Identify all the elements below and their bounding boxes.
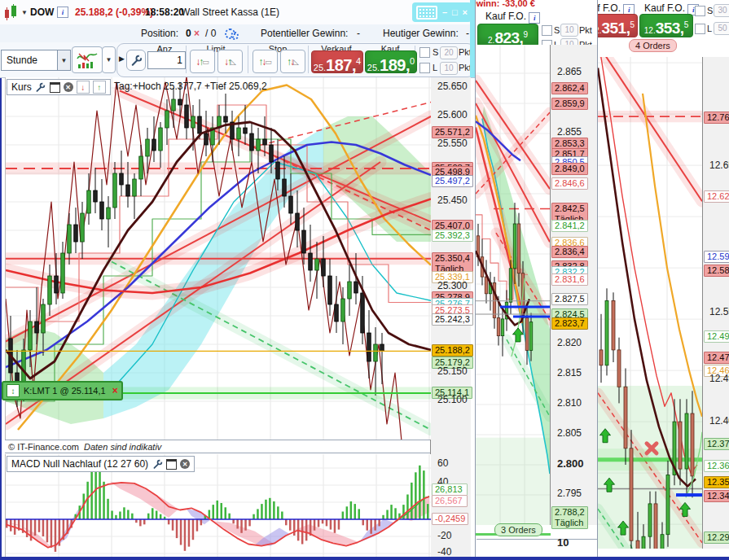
stop-checkbox-label: S bbox=[554, 25, 560, 35]
main-titlebar: ▼ DOW i 25.188,2 (-0,39%) 18:58:20 Wall … bbox=[0, 0, 475, 25]
p3-axis-background bbox=[702, 57, 729, 549]
stop-points-value[interactable]: 10 bbox=[560, 24, 578, 37]
detach-window-icon[interactable] bbox=[166, 459, 177, 470]
app-logo-icon bbox=[4, 4, 19, 20]
stop-checkbox[interactable] bbox=[542, 25, 552, 36]
quantity-input[interactable] bbox=[147, 51, 186, 69]
orders-badge[interactable]: 3 Orders bbox=[494, 523, 542, 536]
sell-fo-button[interactable]: 12.351,5 bbox=[597, 14, 638, 37]
p2-axis-background bbox=[550, 45, 597, 525]
wrench-icon[interactable] bbox=[35, 82, 46, 93]
main-chart-title: Kurs bbox=[11, 81, 32, 93]
position-bar: Position: 0 × / 0 Potentieller Gewinn: -… bbox=[0, 24, 475, 43]
chart-type-button[interactable] bbox=[72, 46, 103, 73]
working-order-tag[interactable]: ↕ K:LMT 1 @ 25.114,1 × bbox=[2, 381, 123, 400]
stop-checkbox[interactable] bbox=[419, 47, 430, 58]
wrench-icon[interactable] bbox=[152, 459, 163, 470]
buy-price-decimal: 0 bbox=[410, 56, 415, 66]
sell-price-prefix: 25. bbox=[314, 63, 326, 72]
sell-price-decimal: 4 bbox=[356, 56, 361, 66]
stop-buy-button[interactable]: ↑↓▭ bbox=[253, 50, 278, 73]
order-tag-text: K:LMT 1 @ 25.114,1 bbox=[24, 386, 106, 396]
stop-points-unit: Pkt bbox=[579, 25, 592, 35]
keyboard-icon[interactable] bbox=[416, 6, 437, 20]
cancel-order-icon[interactable]: × bbox=[110, 385, 118, 396]
settings-gear2-icon[interactable] bbox=[231, 32, 239, 40]
symbol-name[interactable]: DOW bbox=[30, 7, 54, 18]
timeframe-dropdown-icon: ▼ bbox=[61, 57, 68, 64]
kauf-fo-label: Kauf F.O. i bbox=[485, 11, 540, 24]
info-icon[interactable]: i bbox=[57, 7, 68, 18]
sell-price-main: 187, bbox=[326, 56, 356, 74]
daily-gain-value: - bbox=[466, 28, 469, 39]
close-button[interactable]: × bbox=[463, 7, 468, 17]
position-slash: / 0 bbox=[205, 28, 216, 39]
drag-order-icon[interactable]: ↕ bbox=[7, 384, 20, 397]
daily-gain-label: Heutiger Gewinn: bbox=[383, 28, 459, 39]
gewinn-readout: Gewinn: -33,00 € bbox=[475, 0, 535, 8]
trading-app: ▼ DOW i 25.188,2 (-0,39%) 18:58:20 Wall … bbox=[0, 0, 729, 560]
buy-button[interactable]: 25.189,0 bbox=[365, 50, 417, 73]
p3-svg bbox=[598, 57, 702, 549]
maximize-button[interactable]: □ bbox=[452, 7, 458, 17]
timeframe-select[interactable]: Stunde ▼ bbox=[1, 50, 71, 71]
minimize-button[interactable]: – bbox=[442, 7, 447, 17]
limit-sell-button[interactable]: ↓↑◺ bbox=[217, 50, 243, 73]
stop-checkbox[interactable] bbox=[695, 6, 705, 16]
limit-checkbox-label: L bbox=[707, 24, 712, 33]
clear-position-icon[interactable]: × bbox=[194, 28, 200, 39]
limit-checkbox[interactable] bbox=[695, 24, 705, 34]
lower-pane bbox=[476, 539, 597, 558]
last-price: 25.188,2 (-0,39%) bbox=[75, 7, 153, 18]
limit-checkbox[interactable] bbox=[419, 63, 430, 73]
chart-type-icon bbox=[76, 50, 99, 70]
symbol-dropdown-icon[interactable]: ▼ bbox=[21, 9, 28, 16]
dax-chart-canvas[interactable] bbox=[476, 45, 550, 525]
position-label: Position: bbox=[141, 28, 178, 39]
buy-marker-icon[interactable]: ↑ bbox=[93, 81, 106, 94]
info-icon[interactable]: i bbox=[529, 12, 540, 24]
p2-svg bbox=[476, 45, 550, 525]
stop-points-value[interactable]: 30 bbox=[714, 4, 729, 17]
close-icon[interactable]: ✕ bbox=[180, 459, 190, 469]
chart-type-dropdown-icon: ▼ bbox=[106, 56, 112, 63]
copyright-bar: © IT-Finance.com Daten sind indikativ bbox=[5, 440, 430, 453]
orders-badge[interactable]: 4 Orders bbox=[629, 39, 677, 52]
stop-points-value[interactable]: 20 bbox=[440, 46, 458, 59]
timeframe-value: Stunde bbox=[7, 55, 37, 66]
macd-header: MACD Null Nachlauf (12 27 60) ✕ bbox=[7, 456, 195, 472]
detach-window-icon[interactable] bbox=[50, 82, 60, 93]
wrench-icon bbox=[130, 55, 143, 67]
chart-type-dropdown[interactable]: ▼ bbox=[102, 46, 116, 73]
limit-points-value[interactable]: 50 bbox=[714, 22, 729, 35]
buy-arrow-marker bbox=[513, 328, 524, 342]
stop-checkbox-label: S bbox=[433, 47, 438, 57]
limit-buy-button[interactable]: ↓↑▭ bbox=[190, 50, 215, 73]
quote-time: 18:58:20 bbox=[145, 7, 184, 18]
limit-points-value[interactable]: 10 bbox=[440, 62, 458, 75]
bottom-frame bbox=[0, 557, 729, 560]
limit-checkbox-label: L bbox=[433, 63, 437, 72]
stop-checkbox-label: S bbox=[707, 6, 713, 15]
buy-price-prefix: 25. bbox=[367, 63, 380, 72]
main-chart-header: Kurs ✕ ↓ ↑ bbox=[7, 79, 111, 95]
dax-future-chart-canvas[interactable] bbox=[598, 57, 702, 549]
buy-fo-button[interactable]: 2.823,9 bbox=[477, 24, 538, 47]
copyright-text: © IT-Finance.com bbox=[8, 442, 79, 452]
sell-button[interactable]: 25.187,4 bbox=[311, 50, 363, 73]
position-value: 0 bbox=[186, 28, 191, 39]
stop-sell-button[interactable]: ↑↓◺ bbox=[280, 50, 305, 73]
expand-icon[interactable]: ▶ bbox=[119, 55, 125, 63]
buy-fo-button[interactable]: 12.353,5 bbox=[639, 14, 693, 37]
window-controls: – □ × bbox=[412, 2, 472, 22]
buy-price-main: 189, bbox=[380, 56, 410, 74]
close-icon[interactable]: ✕ bbox=[64, 82, 73, 92]
macd-title: MACD Null Nachlauf (12 27 60) bbox=[11, 458, 148, 470]
sell-marker-icon[interactable]: ↓ bbox=[77, 81, 90, 94]
main-axis-background bbox=[430, 77, 471, 557]
indicative-note: Daten sind indikativ bbox=[84, 442, 161, 452]
daily-high-low-overlay: Tag:+Hoch 25.377,7 +Tief 25.069,2 bbox=[114, 81, 267, 92]
potential-gain-label: Potentieller Gewinn: bbox=[261, 28, 348, 39]
wrench-button[interactable] bbox=[126, 50, 146, 71]
order-toolbar: Stunde ▼ ▼ ▶ Anz Limit ↓↑▭ bbox=[0, 42, 475, 78]
